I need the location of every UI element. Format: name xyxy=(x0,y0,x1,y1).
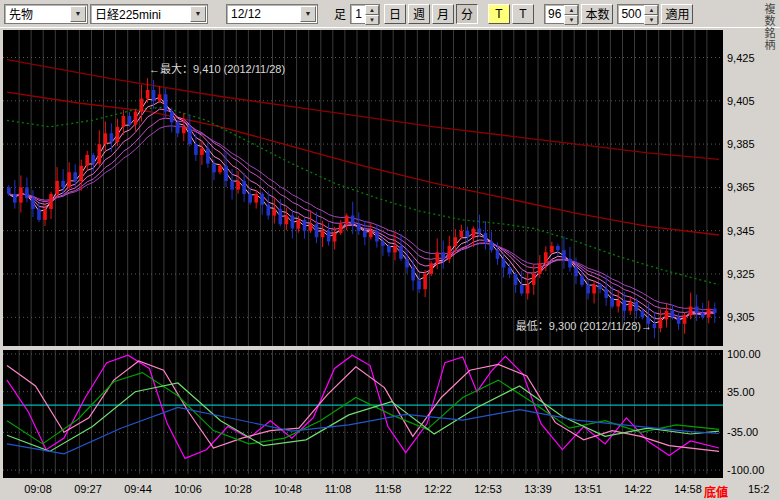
time-axis: 底値 15:2 09:0809:2709:4410:0610:2810:4811… xyxy=(0,478,780,500)
time-label: 10:28 xyxy=(221,483,255,495)
toolbar: 先物 ▼ 日経225mini ▼ 12/12 ▼ 足 1 ▲▼ 日 週 月 分 … xyxy=(0,0,780,28)
price-axis-label: 9,345 xyxy=(727,225,755,237)
indicator-axis-label: 100.00 xyxy=(727,348,761,360)
price-axis-label: 9,365 xyxy=(727,181,755,193)
length-value: 500 xyxy=(618,7,644,21)
time-label: 13:51 xyxy=(571,483,605,495)
bar-type-label: 足 xyxy=(334,5,346,22)
price-axis-label: 9,425 xyxy=(727,52,755,64)
bars-count-stepper[interactable]: 96 ▲▼ xyxy=(544,4,579,24)
length-stepper[interactable]: 500 ▲▼ xyxy=(617,4,659,24)
time-label: 11:58 xyxy=(371,483,405,495)
bottom-price-label: 底値 xyxy=(704,483,728,500)
time-label: 10:06 xyxy=(171,483,205,495)
tick-toggle-button[interactable]: T xyxy=(488,4,510,24)
spinner-arrows[interactable]: ▲▼ xyxy=(564,5,578,23)
instrument-value: 日経225mini xyxy=(91,5,190,22)
time-label: 12:53 xyxy=(471,483,505,495)
time-label: 14:22 xyxy=(621,483,655,495)
min-annotation: 最低：9,300 (2012/11/28)→ xyxy=(516,320,652,332)
max-annotation: ←最大：9,410 (2012/11/28) xyxy=(149,62,285,75)
date-select[interactable]: 12/12 ▼ xyxy=(226,4,318,24)
spinner-up-icon[interactable]: ▲ xyxy=(644,5,658,15)
date-value: 12/12 xyxy=(227,7,300,21)
time-label: 12:22 xyxy=(421,483,455,495)
instrument-type-select[interactable]: 先物 ▼ xyxy=(4,4,88,24)
price-axis-label: 9,325 xyxy=(727,268,755,280)
apply-button[interactable]: 適用 xyxy=(661,4,693,24)
bars-count-value: 96 xyxy=(545,7,564,21)
price-axis-label: 9,305 xyxy=(727,311,755,323)
time-label-overflow: 15:2 xyxy=(748,483,769,495)
indicator-axis-label: -100.00 xyxy=(727,464,764,476)
bars-button[interactable]: 本数 xyxy=(581,4,613,24)
price-axis-label: 9,385 xyxy=(727,138,755,150)
time-label: 09:27 xyxy=(71,483,105,495)
spinner-arrows[interactable]: ▲▼ xyxy=(365,5,379,23)
chevron-down-icon[interactable]: ▼ xyxy=(190,6,206,22)
chart-canvas[interactable]: ←最大：9,410 (2012/11/28)最低：9,300 (2012/11/… xyxy=(3,30,723,478)
spinner-down-icon[interactable]: ▼ xyxy=(564,15,578,25)
time-label: 13:39 xyxy=(521,483,555,495)
spinner-up-icon[interactable]: ▲ xyxy=(365,5,379,15)
price-chart-area[interactable]: ←最大：9,410 (2012/11/28)最低：9,300 (2012/11/… xyxy=(3,30,723,478)
instrument-type-value: 先物 xyxy=(5,5,70,22)
time-label: 09:44 xyxy=(121,483,155,495)
period-minute-button[interactable]: 分 xyxy=(456,4,478,24)
period-week-button[interactable]: 週 xyxy=(408,4,430,24)
time-label: 11:08 xyxy=(321,483,355,495)
bar-interval-stepper[interactable]: 1 ▲▼ xyxy=(350,4,380,24)
t-button[interactable]: T xyxy=(512,4,534,24)
price-axis-gutter: 9,4259,4059,3859,3659,3459,3259,305100.0… xyxy=(723,28,780,478)
bar-interval-value: 1 xyxy=(351,7,365,21)
indicator-axis-label: -35.00 xyxy=(727,426,758,438)
price-axis-label: 9,405 xyxy=(727,95,755,107)
instrument-select[interactable]: 日経225mini ▼ xyxy=(90,4,208,24)
chevron-down-icon[interactable]: ▼ xyxy=(70,6,86,22)
spinner-arrows[interactable]: ▲▼ xyxy=(644,5,658,23)
period-month-button[interactable]: 月 xyxy=(432,4,454,24)
multi-symbol-label[interactable]: 複数銘柄 xyxy=(761,3,777,51)
time-label: 09:08 xyxy=(21,483,55,495)
spinner-up-icon[interactable]: ▲ xyxy=(564,5,578,15)
time-label: 10:48 xyxy=(271,483,305,495)
period-day-button[interactable]: 日 xyxy=(384,4,406,24)
chevron-down-icon[interactable]: ▼ xyxy=(300,6,316,22)
chart-application-window: 先物 ▼ 日経225mini ▼ 12/12 ▼ 足 1 ▲▼ 日 週 月 分 … xyxy=(0,0,780,500)
spinner-down-icon[interactable]: ▼ xyxy=(644,15,658,25)
indicator-axis-label: 35.00 xyxy=(727,386,755,398)
spinner-down-icon[interactable]: ▼ xyxy=(365,15,379,25)
time-label: 14:58 xyxy=(671,483,705,495)
